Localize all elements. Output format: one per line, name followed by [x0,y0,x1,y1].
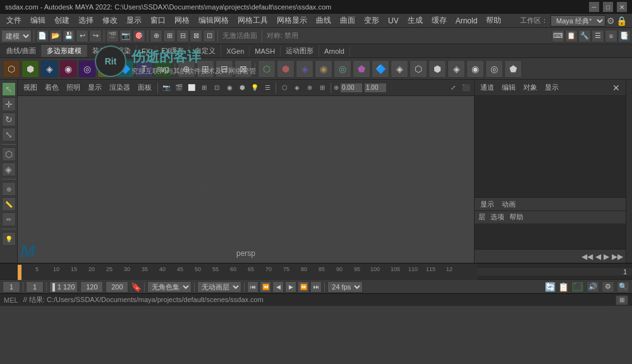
shelf-tab-motion-graphics[interactable]: 运动图形 [281,45,319,57]
vp-coord-input[interactable] [340,83,363,93]
ipr-icon[interactable]: 🎯 [133,30,145,42]
mode-select[interactable]: 建模 [1,30,32,42]
show-hide-tool[interactable]: ✏ [2,212,16,226]
vp-film-icon[interactable]: 🎬 [173,82,185,94]
help-label[interactable]: 帮助 [509,212,523,222]
channel-box-tab[interactable]: 通道 [477,82,497,94]
soft-select-tool[interactable]: ◈ [2,162,16,176]
menu-cache[interactable]: 缓存 [428,14,451,27]
bookmark-icon[interactable]: 🔖 [131,282,142,292]
shelf-bevel-icon[interactable]: ⬡ [410,60,427,78]
menu-modify[interactable]: 修改 [99,14,121,27]
shelf-crease-icon[interactable]: ◈ [447,60,465,78]
step-back-btn[interactable]: ⏪ [260,281,271,293]
vp-display-icon[interactable]: ◈ [291,82,303,94]
shelf-cube-icon[interactable]: ⬢ [21,60,39,78]
undo-icon[interactable]: ↩ [76,30,88,42]
menu-deform[interactable]: 变形 [360,14,383,27]
vp-grid-icon[interactable]: ⊞ [198,82,210,94]
shelf-merge-icon[interactable]: ◉ [315,60,332,78]
shelf-smooth-icon[interactable]: ⬢ [428,60,446,78]
settings-icon[interactable]: ⚙ [602,281,614,293]
viewport-3d[interactable]: Y Z X M persp [18,96,474,263]
shelf-boolean-icon[interactable]: ⊠ [234,60,252,78]
select-tool[interactable]: ↖ [2,82,16,96]
channel-object-tab[interactable]: 对象 [520,82,540,94]
vp-scale-input[interactable] [364,83,387,93]
channel-box-toggle-icon[interactable]: ☰ [592,30,604,42]
shelf-separate-icon[interactable]: ⊞ [197,60,214,78]
new-file-icon[interactable]: 📄 [36,30,49,42]
layers-label[interactable]: 层 [478,212,485,222]
play-back-btn[interactable]: ◀ [272,281,284,293]
channel-display-tab[interactable]: 显示 [542,82,562,94]
shelf-extrude-icon[interactable]: ⬡ [258,60,276,78]
vp-frame-icon[interactable]: ⬛ [460,82,471,94]
menu-display[interactable]: 显示 [123,14,145,27]
redo-icon[interactable]: ↪ [89,30,102,42]
paint-tool[interactable]: 📏 [2,197,16,211]
snap-surface-icon[interactable]: ⊡ [203,30,216,42]
menu-help[interactable]: 帮助 [482,14,505,27]
shelf-special-icon[interactable]: 🔷 [116,60,134,78]
shelf-tab-rendering[interactable]: 渲染 [112,45,137,57]
vp-fit-icon[interactable]: ⤢ [447,82,459,94]
shelf-ring-icon[interactable]: ◈ [391,60,408,78]
step-fwd-btn[interactable]: ⏩ [298,281,309,293]
menu-mesh-display[interactable]: 网格显示 [273,14,311,27]
move-tool[interactable]: ✛ [2,97,16,111]
script-editor-icon[interactable]: ⊞ [616,295,628,305]
animation-tab[interactable]: 动画 [499,199,519,210]
menu-edit[interactable]: 编辑 [27,14,49,27]
goto-start-btn[interactable]: ⏮ [247,281,258,293]
shelf-tab-curve-surface[interactable]: 曲线/曲面 [1,45,42,57]
script-mode-label[interactable]: MEL [4,296,18,304]
menu-generate[interactable]: 生成 [404,14,427,27]
menu-curves[interactable]: 曲线 [312,14,335,27]
tool-settings-icon[interactable]: 🔧 [578,30,591,42]
frame-current-input[interactable] [26,281,44,293]
snap-point-icon[interactable]: ⊠ [190,30,202,42]
vp-menu-renderer[interactable]: 渲染器 [106,82,133,94]
key-end-input[interactable] [106,281,128,293]
shelf-loop-icon[interactable]: 🔷 [372,60,389,78]
rotate-tool[interactable]: ↻ [2,112,16,126]
shelf-tab-fx[interactable]: FX [137,46,156,56]
shelf-tab-poly[interactable]: 多边形建模 [42,45,87,57]
shelf-collapse-icon[interactable]: ⬟ [353,60,370,78]
vp-wire-icon[interactable]: ⬢ [236,82,248,94]
lasso-tool[interactable]: ⊕ [2,182,16,196]
vp-isolate-icon[interactable]: ⬡ [279,82,290,94]
vp-snap-icon[interactable]: ⊡ [211,82,222,94]
zoom-icon[interactable]: 🔍 [617,281,629,293]
goto-end-btn[interactable]: ⏭ [310,281,322,293]
vp-menu-shading[interactable]: 着色 [42,82,62,94]
vp-camera-icon[interactable]: 📷 [161,82,172,94]
shelf-plane-icon[interactable]: ⬟ [97,60,115,78]
menu-arnold[interactable]: Arnold [452,15,482,27]
show-manipulator-icon[interactable]: ⊕ [150,30,162,42]
shelf-transfer-icon[interactable]: ⬟ [504,60,522,78]
last-tool[interactable]: ⬡ [2,147,16,161]
open-file-icon[interactable]: 📂 [49,30,62,42]
menu-create[interactable]: 创建 [51,14,73,27]
timeline-track[interactable]: 5 10 15 20 25 30 35 40 45 50 55 60 65 70… [18,264,478,280]
workspace-select[interactable]: Maya 经典* [550,15,605,27]
audio-icon[interactable]: 🔊 [586,281,599,293]
layer-next-next-icon[interactable]: ▶▶ [612,252,623,261]
shelf-mirror-icon[interactable]: ◉ [466,60,484,78]
layer-next-icon[interactable]: ▶ [604,252,609,261]
menu-window[interactable]: 窗口 [147,14,169,27]
vp-menu-show[interactable]: 显示 [85,82,105,94]
render-settings-icon[interactable]: 🎬 [106,30,119,42]
shelf-tab-custom[interactable]: 自定义 [190,45,221,57]
shelf-torus-icon[interactable]: ◎ [78,60,96,78]
vp-hud-icon[interactable]: ☰ [262,82,273,94]
vp-wireframe-icon[interactable]: ⊞ [317,82,328,94]
render-preview-tool[interactable]: 💡 [2,232,16,246]
anim-layer-select[interactable]: 无动画层 [197,281,241,293]
shelf-cone-icon[interactable]: ◉ [59,60,77,78]
save-icon[interactable]: 💾 [63,30,75,42]
shelf-tab-rigging[interactable]: 装备 [87,45,112,57]
rp-close-icon[interactable]: ✕ [609,82,623,94]
